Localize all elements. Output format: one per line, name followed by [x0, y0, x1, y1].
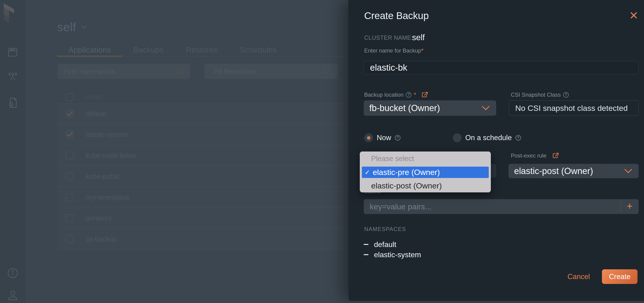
backup-name-input[interactable]: elastic-bk	[364, 61, 639, 74]
backup-location-label: Backup location ? *	[364, 92, 428, 98]
tab-applications[interactable]: Applications	[57, 44, 122, 56]
dash-icon	[364, 244, 368, 245]
namespace-list-item: elastic-system	[364, 250, 421, 260]
checkbox-unchecked[interactable]	[66, 214, 74, 222]
backup-name-label: Enter name for Backup*	[364, 48, 424, 54]
radio-schedule-label: On a schedule	[465, 134, 512, 142]
cluster-title[interactable]: self	[57, 20, 87, 34]
namespace-name: portworx	[86, 214, 112, 222]
tab-restores[interactable]: Restores	[175, 44, 229, 56]
tab-schedules[interactable]: Schedules	[229, 44, 288, 56]
close-icon[interactable]	[630, 12, 638, 20]
checkbox-unchecked[interactable]	[66, 193, 74, 201]
namespace-name: kube-node-lease	[86, 152, 136, 160]
table-row[interactable]: portworx	[58, 208, 344, 229]
namespace-list-item-name: elastic-system	[374, 250, 421, 259]
menu-option-selected[interactable]: ✓ elastic-pre (Owner)	[362, 166, 489, 178]
namespace-name: px-backup	[86, 236, 117, 243]
sidebar	[0, 0, 26, 303]
namespace-name: mynamespace	[86, 194, 130, 201]
csi-snapshot-class-label: CSI Snapshot Class ?	[511, 92, 569, 98]
required-asterisk: *	[414, 92, 416, 98]
tabs: ApplicationsBackupsRestoresSchedules	[57, 44, 288, 56]
checkbox-unchecked[interactable]	[66, 235, 74, 243]
namespace-list-item-name: default	[374, 240, 396, 249]
dash-icon	[364, 254, 368, 255]
radio-now-label: Now	[377, 134, 391, 142]
app-window-icon[interactable]	[0, 48, 26, 57]
help-icon[interactable]: ?	[516, 135, 521, 140]
backup-location-dropdown[interactable]: fb-bucket (Owner)	[364, 100, 496, 116]
info-icon[interactable]	[0, 268, 26, 278]
portworx-logo	[3, 3, 14, 24]
namespace-name: kube-public	[86, 173, 120, 180]
broadcast-tower-icon[interactable]	[0, 71, 26, 80]
checkbox-checked[interactable]	[66, 130, 74, 138]
px-backup-app: self ApplicationsBackupsRestoresSchedule…	[0, 0, 644, 303]
select-all-checkbox[interactable]	[66, 93, 74, 101]
checkbox-unchecked[interactable]	[66, 172, 74, 180]
table-header: NAME	[58, 92, 344, 102]
namespace-search-input[interactable]: Find namespace	[58, 64, 190, 79]
chevron-down-icon	[482, 106, 490, 110]
table-row[interactable]: default	[58, 104, 344, 124]
cluster-name-value: self	[412, 33, 424, 42]
labels-input[interactable]: key=value pairs... +	[364, 199, 639, 214]
table-row[interactable]: elastic-system	[58, 124, 344, 145]
panel-title: Create Backup	[364, 10, 429, 22]
tab-backups[interactable]: Backups	[122, 44, 174, 56]
namespace-name: default	[86, 110, 106, 118]
namespace-table: defaultelastic-systemkube-node-leasekube…	[58, 104, 344, 250]
add-label-button[interactable]: +	[626, 201, 632, 211]
backup-name-value: elastic-bk	[370, 63, 408, 73]
search-placeholder: Find namespace	[64, 68, 176, 75]
namespaces-heading: NAMESPACES	[364, 226, 406, 232]
below-panel-strip	[348, 301, 644, 303]
external-link-icon[interactable]	[552, 152, 559, 159]
create-button[interactable]: Create	[602, 269, 638, 284]
cluster-name-label: CLUSTER NAME:	[364, 34, 413, 41]
cluster-title-text: self	[57, 20, 76, 34]
radio-selected-icon	[364, 134, 373, 142]
namespaces-list: defaultelastic-system	[364, 239, 421, 260]
cancel-button[interactable]: Cancel	[564, 272, 594, 282]
chevron-down-icon	[624, 169, 632, 173]
backup-location-value: fb-bucket (Owner)	[369, 103, 482, 113]
radio-unselected-icon	[453, 134, 462, 142]
csi-snapshot-class-value: No CSI snapshot class detected	[515, 104, 628, 113]
divider	[620, 202, 621, 212]
menu-option-placeholder[interactable]: Please select	[371, 154, 414, 163]
table-row[interactable]: kube-node-lease	[58, 145, 344, 166]
pre-exec-rule-open-menu: Please select ✓ elastic-pre (Owner) elas…	[360, 152, 491, 192]
table-row[interactable]: px-backup	[58, 229, 344, 250]
create-backup-panel: Create Backup CLUSTER NAME: self Enter n…	[348, 0, 644, 301]
name-column-header: NAME	[86, 94, 104, 100]
table-row[interactable]: mynamespace	[58, 187, 344, 208]
help-icon[interactable]: ?	[563, 92, 569, 98]
radio-now[interactable]: Now ?	[364, 134, 400, 142]
resources-filter-dropdown[interactable]: All Resources	[204, 64, 338, 79]
post-exec-rule-value: elastic-post (Owner)	[514, 166, 624, 176]
main-content: self ApplicationsBackupsRestoresSchedule…	[26, 0, 348, 303]
required-asterisk: *	[421, 48, 423, 54]
post-exec-rule-dropdown[interactable]: elastic-post (Owner)	[508, 164, 639, 178]
menu-option[interactable]: elastic-post (Owner)	[371, 181, 442, 190]
external-link-icon[interactable]	[422, 92, 428, 98]
csi-snapshot-class-field[interactable]: No CSI snapshot class detected	[509, 100, 639, 116]
help-icon[interactable]: ?	[395, 135, 400, 140]
document-badge-icon[interactable]	[0, 98, 26, 108]
table-row[interactable]: kube-public	[58, 166, 344, 187]
checkbox-unchecked[interactable]	[66, 152, 74, 160]
resources-filter-value: All Resources	[214, 68, 324, 75]
tabs-divider	[57, 56, 345, 57]
post-exec-rule-label: Post-exec rule	[511, 152, 559, 159]
checkbox-checked[interactable]	[66, 110, 74, 118]
help-icon[interactable]: ?	[406, 92, 411, 98]
chevron-down-icon	[81, 25, 87, 29]
namespace-name: elastic-system	[86, 131, 128, 138]
namespace-list-item: default	[364, 239, 421, 250]
user-icon[interactable]	[0, 290, 26, 301]
search-icon	[176, 68, 184, 75]
labels-placeholder: key=value pairs...	[370, 202, 620, 211]
radio-on-a-schedule[interactable]: On a schedule ?	[453, 134, 521, 142]
